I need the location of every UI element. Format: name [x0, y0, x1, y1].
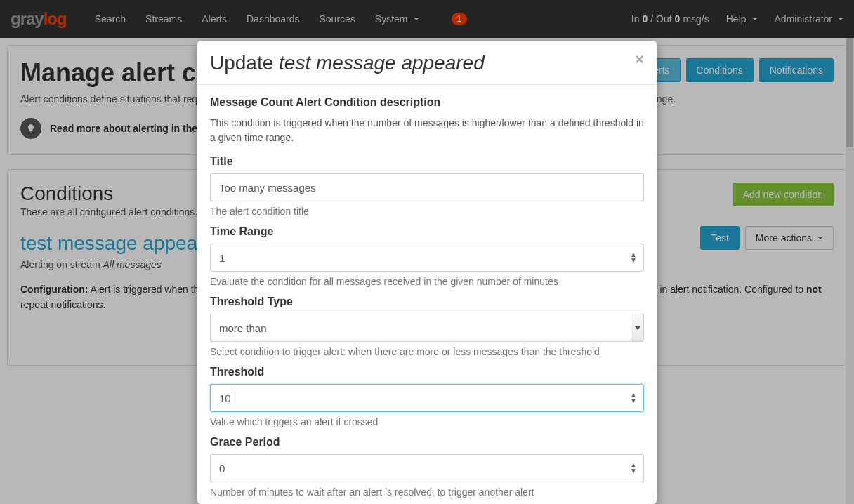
threshold-value-text: 10 — [219, 392, 231, 404]
threshold-type-select[interactable] — [210, 314, 644, 342]
threshold-label: Threshold — [210, 366, 644, 378]
grace-input[interactable] — [210, 454, 644, 482]
modal-body: Message Count Alert Condition descriptio… — [197, 85, 657, 504]
title-help: The alert condition title — [210, 206, 644, 217]
time-range-help: Evaluate the condition for all messages … — [210, 276, 644, 287]
threshold-input[interactable]: 10 — [210, 384, 644, 412]
field-threshold: Threshold 10 ▲▼ Value which triggers an … — [210, 366, 644, 427]
modal-header: Update test message appeared × — [197, 41, 657, 85]
modal-title-prefix: Update — [210, 52, 279, 74]
field-threshold-type: Threshold Type Select condition to trigg… — [210, 296, 644, 357]
title-label: Title — [210, 155, 644, 168]
threshold-type-label: Threshold Type — [210, 296, 644, 308]
modal-title-name: test message appeared — [279, 52, 485, 74]
title-input[interactable] — [210, 173, 644, 201]
time-range-label: Time Range — [210, 225, 644, 238]
field-title: Title The alert condition title — [210, 155, 644, 217]
grace-label: Grace Period — [210, 436, 644, 449]
close-icon[interactable]: × — [635, 52, 644, 67]
dropdown-toggle-icon[interactable] — [631, 314, 643, 341]
modal-title: Update test message appeared — [210, 52, 485, 74]
threshold-help: Value which triggers an alert if crossed — [210, 416, 644, 427]
condition-description-text: This condition is triggered when the num… — [210, 116, 644, 145]
threshold-type-help: Select condition to trigger alert: when … — [210, 346, 644, 357]
update-condition-modal: Update test message appeared × Message C… — [197, 41, 657, 504]
time-range-input[interactable] — [210, 244, 644, 272]
field-time-range: Time Range ▲▼ Evaluate the condition for… — [210, 225, 644, 287]
condition-description-title: Message Count Alert Condition descriptio… — [210, 96, 644, 109]
text-cursor — [232, 392, 232, 404]
field-grace: Grace Period ▲▼ Number of minutes to wai… — [210, 436, 644, 498]
grace-help: Number of minutes to wait after an alert… — [210, 486, 644, 498]
